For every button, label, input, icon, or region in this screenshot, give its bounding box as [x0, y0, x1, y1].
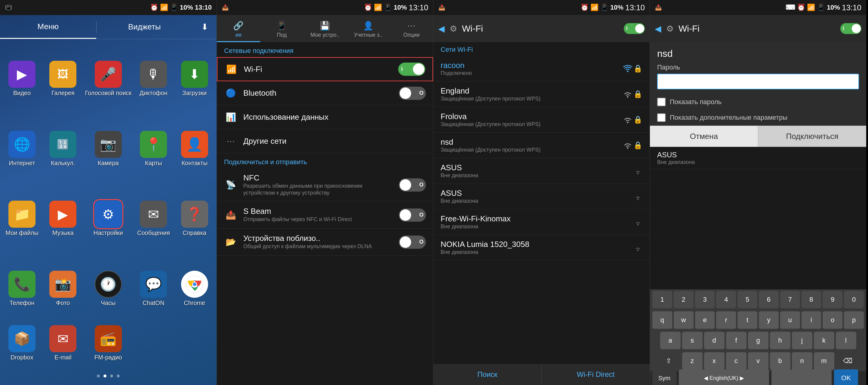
key-9[interactable]: 9: [823, 291, 842, 308]
wifi-header-toggle[interactable]: I: [624, 23, 645, 34]
key-z[interactable]: z: [682, 352, 703, 370]
app-chaton[interactable]: 💬 ChatON: [134, 255, 172, 322]
key-n[interactable]: n: [792, 352, 812, 370]
key-7[interactable]: 7: [780, 291, 800, 308]
app-video[interactable]: ▶ Видео: [3, 45, 41, 112]
key-h[interactable]: h: [770, 332, 790, 349]
key-8[interactable]: 8: [802, 291, 822, 308]
key-r[interactable]: r: [716, 311, 736, 329]
app-voice[interactable]: 🎤 Голосовой поиск: [85, 45, 132, 112]
download-button[interactable]: ⬇: [192, 15, 217, 39]
settings-bluetooth-item[interactable]: 🔵 Bluetooth O: [217, 81, 433, 105]
key-g[interactable]: g: [748, 332, 769, 349]
app-gallery[interactable]: 🖼 Галерея: [44, 45, 82, 112]
key-1[interactable]: 1: [652, 291, 672, 308]
settings-sbeam-item[interactable]: 📤 S Beam Отправить файлы через NFC и Wi-…: [217, 201, 433, 229]
dialog-connect-button[interactable]: Подключиться: [758, 126, 866, 147]
connect-back-button[interactable]: ◀: [655, 24, 661, 34]
dialog-password-input[interactable]: [657, 74, 859, 89]
app-camera[interactable]: 📷 Камера: [85, 115, 132, 182]
app-messages[interactable]: ✉ Сообщения: [134, 185, 172, 252]
app-phone[interactable]: 📞 Телефон: [3, 255, 41, 322]
tab-options[interactable]: ⋯ Опции: [390, 20, 433, 42]
settings-data-usage-item[interactable]: 📊 Использование данных: [217, 105, 433, 129]
wifi-network-racoon[interactable]: racoon Подключено 🔒: [433, 56, 650, 82]
key-shift[interactable]: ⇧: [657, 352, 681, 370]
app-settings[interactable]: ⚙ Настройки: [85, 185, 132, 252]
key-s[interactable]: s: [682, 332, 703, 349]
tab-connections[interactable]: 🔗 ия: [217, 20, 260, 42]
tab-accounts[interactable]: 👤 Учетные з..: [346, 20, 390, 42]
key-2[interactable]: 2: [674, 291, 693, 308]
key-y[interactable]: y: [759, 311, 779, 329]
key-j[interactable]: j: [792, 332, 812, 349]
wifi-network-england[interactable]: England Защищённая (Доступен протокол WP…: [433, 82, 650, 107]
app-internet[interactable]: 🌐 Интернет: [3, 115, 41, 182]
key-a[interactable]: a: [660, 332, 681, 349]
show-advanced-checkbox[interactable]: [657, 114, 665, 122]
key-lang[interactable]: ◀ English(UK) ▶: [679, 370, 769, 385]
key-p[interactable]: p: [844, 311, 864, 329]
key-3[interactable]: 3: [695, 291, 715, 308]
wifi-search-button[interactable]: Поиск: [433, 364, 542, 385]
wifi-network-asus1[interactable]: ASUS Вне диапазона: [433, 158, 650, 184]
app-dictaphone[interactable]: 🎙 Диктофон: [134, 45, 172, 112]
app-dropbox[interactable]: 📦 Dropbox: [3, 325, 41, 361]
dialog-cancel-button[interactable]: Отмена: [650, 126, 758, 147]
key-o[interactable]: o: [823, 311, 842, 329]
settings-nearby-item[interactable]: 📂 Устройства поблизо.. Общий доступ к фа…: [217, 229, 433, 256]
connect-header-toggle[interactable]: I: [840, 23, 861, 34]
app-files[interactable]: 📁 Мои файлы: [3, 185, 41, 252]
settings-more-networks-item[interactable]: ⋯ Другие сети: [217, 129, 433, 153]
key-0[interactable]: 0: [844, 291, 864, 308]
app-fmradio[interactable]: 📻 FM-радио: [85, 325, 132, 361]
wifi-direct-button[interactable]: Wi-Fi Direct: [542, 364, 650, 385]
key-4[interactable]: 4: [716, 291, 736, 308]
key-backspace[interactable]: ⌫: [836, 352, 860, 370]
key-c[interactable]: c: [726, 352, 746, 370]
show-advanced-row[interactable]: Показать дополнительные параметры: [650, 110, 866, 125]
key-x[interactable]: x: [704, 352, 724, 370]
key-space[interactable]: [771, 370, 832, 385]
key-ok[interactable]: OK: [834, 370, 858, 385]
key-i[interactable]: i: [802, 311, 822, 329]
tab-menu[interactable]: Меню: [0, 15, 96, 39]
app-contacts[interactable]: 👤 Контакты: [176, 115, 214, 182]
key-5[interactable]: 5: [738, 291, 757, 308]
wifi-back-button[interactable]: ◀: [438, 24, 445, 34]
key-e[interactable]: e: [695, 311, 715, 329]
key-u[interactable]: u: [780, 311, 800, 329]
show-password-checkbox[interactable]: [657, 98, 665, 106]
wifi-network-asus2[interactable]: ASUS Вне диапазона: [433, 184, 650, 210]
sbeam-toggle[interactable]: O: [399, 208, 426, 222]
key-b[interactable]: b: [770, 352, 790, 370]
wifi-network-nsd[interactable]: nsd Защищённая (Доступен протокол WPS) 🔒: [433, 133, 650, 158]
app-photo[interactable]: 📸 Фото: [44, 255, 82, 322]
key-6[interactable]: 6: [759, 291, 779, 308]
app-help[interactable]: ❓ Справка: [176, 185, 214, 252]
wifi-network-nokia[interactable]: NOKIA Lumia 1520_3058 Вне диапазона: [433, 235, 650, 260]
settings-nfc-item[interactable]: 📡 NFC Разрешить обмен данными при прикос…: [217, 168, 433, 201]
key-t[interactable]: t: [738, 311, 757, 329]
key-q[interactable]: q: [652, 311, 672, 329]
bluetooth-toggle[interactable]: O: [399, 87, 426, 100]
app-email[interactable]: ✉ E-mail: [44, 325, 82, 361]
key-v[interactable]: v: [748, 352, 769, 370]
app-calc[interactable]: 🔢 Калькул.: [44, 115, 82, 182]
show-password-row[interactable]: Показать пароль: [650, 94, 866, 110]
tab-widgets[interactable]: Виджеты: [97, 15, 193, 39]
tab-device[interactable]: 📱 Под: [260, 20, 304, 42]
app-music[interactable]: ▶ Музыка: [44, 185, 82, 252]
wifi-network-frolova[interactable]: Frolova Защищённая (Доступен протокол WP…: [433, 107, 650, 133]
app-chrome[interactable]: Chrome: [176, 255, 214, 322]
key-f[interactable]: f: [726, 332, 746, 349]
wifi-toggle[interactable]: I: [398, 63, 425, 76]
key-sym[interactable]: Sym: [652, 370, 676, 385]
settings-wifi-item[interactable]: 📶 Wi-Fi I: [217, 57, 433, 81]
key-m[interactable]: m: [814, 352, 834, 370]
app-maps[interactable]: 📍 Карты: [134, 115, 172, 182]
nfc-toggle[interactable]: O: [399, 179, 426, 192]
tab-mydevice[interactable]: 💾 Мое устро..: [304, 20, 347, 42]
nearby-toggle[interactable]: O: [399, 235, 426, 249]
app-downloads[interactable]: ⬇ Загрузки: [176, 45, 214, 112]
